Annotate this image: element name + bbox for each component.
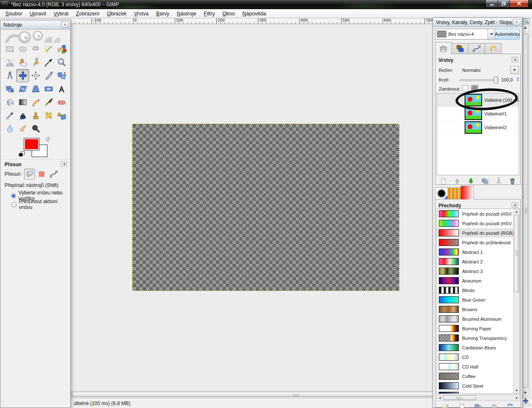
tool-smudge-button[interactable] <box>16 122 29 135</box>
dock-close-button[interactable]: × <box>513 19 520 25</box>
gradient-popredi-do-pozadi-hsv-proti-sr[interactable]: Popředí do pozadí (HSV proti sr <box>437 219 514 228</box>
layer-row-viditelne-2[interactable]: Viditelné#2 <box>437 121 519 135</box>
scroll-left-arrow[interactable] <box>439 396 441 400</box>
tool-flip-button[interactable] <box>42 82 55 96</box>
menu-soubor[interactable]: Soubor <box>2 10 26 18</box>
radio-icon[interactable] <box>11 202 17 207</box>
refresh-gradients-button[interactable] <box>505 402 515 408</box>
move-radio-presunout-aktivni-vrstvu[interactable]: Přesunout aktivní vrstvu <box>11 199 70 210</box>
gradient-blinds[interactable]: Blinds <box>437 285 514 295</box>
tool-perspective-clone-button[interactable] <box>55 109 68 122</box>
foreground-color-swatch[interactable] <box>24 138 40 150</box>
tool-fuzzy-select-button[interactable] <box>42 42 55 56</box>
tool-measure-button[interactable] <box>3 69 16 82</box>
menu-napoveda[interactable]: Nápověda <box>239 10 270 18</box>
menu-obrazek[interactable]: Obrázek <box>103 10 130 18</box>
tool-select-by-color-button[interactable] <box>55 42 68 56</box>
gradient-abstract-2[interactable]: Abstract 2 <box>437 257 514 266</box>
image-selector-combo[interactable]: Bez názvu-4 <box>435 29 496 39</box>
default-colors-icon[interactable] <box>19 151 25 159</box>
gradient-popredi-do-pozadi-rgb[interactable]: Popředí do pozadí (RGB) <box>437 228 514 238</box>
gradient-cd[interactable]: CD <box>437 352 514 362</box>
gradient-list-vscrollbar[interactable] <box>513 209 520 393</box>
tool-perspective-button[interactable] <box>29 82 42 96</box>
tool-paths-button[interactable] <box>29 56 42 69</box>
menu-vybrat[interactable]: Vybrat <box>50 10 72 18</box>
gradient-brushed-aluminium[interactable]: Brushed Aluminium <box>437 314 514 324</box>
tool-move-button[interactable] <box>16 69 29 82</box>
move-selection-mode-button[interactable] <box>36 169 47 179</box>
edit-gradient-button[interactable] <box>440 402 451 408</box>
scroll-up-arrow[interactable] <box>524 27 527 29</box>
dock-tab-layers[interactable] <box>435 42 452 54</box>
opacity-slider-track[interactable] <box>460 79 498 81</box>
move-layer-mode-button[interactable] <box>24 169 35 179</box>
tool-scale-button[interactable] <box>3 82 16 96</box>
radio-icon[interactable] <box>11 193 16 199</box>
tool-dodge-burn-button[interactable] <box>29 122 42 135</box>
auto-follow-button[interactable]: Automaticky <box>495 29 520 39</box>
menu-zobrazeni[interactable]: Zobrazení <box>72 10 103 18</box>
gradient-cold-steel-2[interactable]: Cold Steel 2 <box>437 391 514 394</box>
tool-align-button[interactable] <box>29 69 42 82</box>
tool-paintbrush-button[interactable] <box>42 96 55 109</box>
gradient-list-hscrollbar[interactable] <box>437 395 520 401</box>
tool-zoom-button[interactable] <box>55 56 68 69</box>
gradient-popredi-do-pozadi-hsv-odstin[interactable]: Popředí do pozadí (HSV odstín <box>437 209 514 219</box>
dock-tab-undo-history[interactable] <box>485 43 502 54</box>
gradient-cd-half[interactable]: CD Half <box>437 362 514 371</box>
gradient-caribbean-blues[interactable]: Caribbean Blues <box>437 343 514 352</box>
tool-text-button[interactable] <box>55 82 68 96</box>
gradient-hscroll-thumb[interactable] <box>443 396 476 400</box>
menu-filtry[interactable]: Filtry <box>200 10 219 18</box>
tool-gradient-button[interactable] <box>16 96 29 109</box>
gradients-collapse-button[interactable] <box>512 202 518 208</box>
layer-row-viditelne-100-ms[interactable]: Viditelné (100 ms) <box>437 93 519 107</box>
tool-eraser-button[interactable] <box>55 96 68 109</box>
scroll-down-arrow[interactable] <box>515 390 518 392</box>
restore-button[interactable] <box>498 0 510 7</box>
swap-colors-icon[interactable] <box>45 136 51 143</box>
gradient-burning-transparency[interactable]: Burning Transparency <box>437 333 514 343</box>
tab-patterns[interactable] <box>448 187 461 199</box>
delete-gradient-button[interactable] <box>489 402 500 408</box>
vertical-scroll-thumb[interactable] <box>523 34 528 388</box>
opacity-spinner[interactable] <box>516 77 520 81</box>
gradient-aneurism[interactable]: Aneurism <box>437 276 514 285</box>
lock-alpha-checkbox[interactable] <box>462 85 468 91</box>
gradient-browns[interactable]: Browns <box>437 305 514 314</box>
tool-bucket-fill-button[interactable] <box>3 96 16 109</box>
dock-titlebar[interactable]: Vrstvy, Kanály, Cesty, Zpět - Stopy,... … <box>433 18 522 27</box>
tool-rotate-button[interactable] <box>55 69 68 82</box>
gradient-coffee[interactable]: Coffee <box>437 371 514 381</box>
tool-color-picker-button[interactable] <box>42 56 55 69</box>
gradient-abstract-1[interactable]: Abstract 1 <box>437 247 514 257</box>
gradient-blue-green[interactable]: Blue Green <box>437 295 514 305</box>
tool-scissors-select-button[interactable] <box>3 56 16 69</box>
opacity-slider-thumb[interactable] <box>494 76 498 84</box>
menu-barvy[interactable]: Barvy <box>152 10 173 18</box>
tool-airbrush-button[interactable] <box>3 109 16 122</box>
scroll-down-arrow[interactable] <box>524 392 527 394</box>
tool-heal-button[interactable] <box>42 109 55 122</box>
scroll-up-arrow[interactable] <box>515 211 518 213</box>
dock-tab-channels[interactable] <box>452 43 468 54</box>
layers-collapse-button[interactable] <box>512 57 518 62</box>
tool-ink-button[interactable] <box>16 109 29 122</box>
menu-vrstva[interactable]: Vrstva <box>130 10 152 18</box>
close-button[interactable] <box>510 0 529 7</box>
minimize-button[interactable] <box>485 0 498 7</box>
menu-nastroje[interactable]: Nástroje <box>173 10 200 18</box>
anchor-layer-button[interactable] <box>493 177 504 186</box>
tool-rect-select-button[interactable] <box>3 42 16 56</box>
menu-okno[interactable]: Okno <box>219 10 239 18</box>
tab-brushes[interactable] <box>435 187 448 199</box>
tool-clone-button[interactable] <box>29 109 42 122</box>
toolbox-titlebar[interactable]: Nástroje × <box>0 20 70 29</box>
tool-pencil-button[interactable] <box>29 96 42 109</box>
tool-foreground-select-button[interactable] <box>16 56 29 69</box>
tool-ellipse-select-button[interactable] <box>16 42 29 56</box>
gradient-popredi-do-pruhlednosti[interactable]: Popředí do průhlednosti <box>437 238 514 247</box>
toolbox-close-button[interactable]: × <box>61 22 69 28</box>
menu-upravit[interactable]: Upravit <box>26 10 50 18</box>
